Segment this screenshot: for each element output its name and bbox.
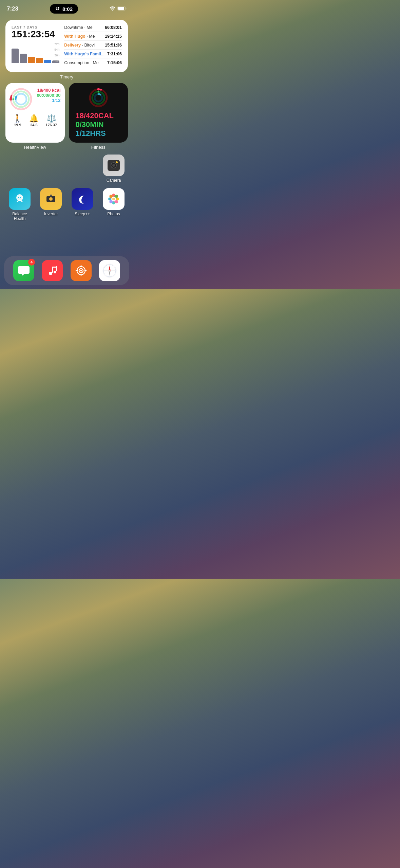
sleep-app[interactable]: Sleep++	[70, 188, 95, 221]
inverter-app[interactable]: Inverter	[38, 188, 64, 221]
camera-app[interactable]: Camera	[101, 155, 127, 183]
overcast-dock-item[interactable]	[69, 260, 93, 281]
steps-value: 19.9	[14, 123, 21, 127]
scale-icon: ⚖️	[45, 114, 57, 123]
balance-health-icon[interactable]: ae	[9, 188, 31, 210]
health-bottom-stats: 🚶 19.9 🔔 24.6 ⚖️ 176.37	[9, 114, 61, 127]
timery-row-name-4: With Hugo's Famil...	[64, 52, 104, 56]
svg-rect-36	[52, 267, 57, 268]
health-stat-active: 🔔 24.6	[29, 114, 38, 127]
battery-icon	[117, 6, 127, 12]
balance-health-app[interactable]: ae Balance Health	[7, 188, 33, 221]
camera-label: Camera	[107, 178, 121, 183]
svg-point-39	[80, 270, 82, 272]
chart-bar-2	[20, 54, 27, 63]
chart-y-axis: 72h 54h 36h 18h	[54, 42, 59, 63]
health-widget-label: HealthView	[5, 145, 65, 150]
svg-point-16	[97, 88, 99, 91]
chart-bar-4	[36, 58, 43, 63]
svg-point-9	[9, 98, 12, 101]
status-bar: 7:23 ↺ 8:02	[0, 0, 133, 16]
svg-rect-21	[50, 195, 52, 196]
safari-dock-item[interactable]	[98, 260, 121, 281]
timery-row-time-4: 7:31:06	[107, 52, 122, 56]
weight-value: 176.37	[45, 123, 57, 127]
health-stats: 18/400 kcal 00:00/00:30 1/12	[37, 88, 60, 103]
photos-icon[interactable]	[103, 188, 125, 210]
active-value: 24.6	[30, 123, 37, 127]
svg-point-20	[49, 197, 53, 201]
fitness-ring	[88, 88, 109, 108]
timery-caption: Timery	[5, 74, 128, 79]
fit-calories: 18/420CAL	[76, 111, 124, 120]
svg-rect-2	[118, 7, 124, 10]
timery-rows: Downtime · Me 66:08:01 With Hugo · Me 19…	[64, 25, 122, 67]
camera-dot	[116, 161, 118, 163]
camera-icon[interactable]	[103, 155, 125, 176]
messages-dock-item[interactable]: 4	[12, 260, 36, 281]
stat-calories: 18/400 kcal	[37, 88, 60, 93]
timery-row-2: With Hugo · Me 19:14:15	[64, 34, 122, 41]
balance-health-label: Balance Health	[7, 212, 33, 221]
timery-row-1: Downtime · Me 66:08:01	[64, 25, 122, 32]
chart-line-72: 72h	[54, 42, 59, 46]
safari-dock-icon[interactable]	[99, 260, 120, 281]
person-icon: 🚶	[13, 114, 22, 123]
timery-row-time-2: 19:14:15	[105, 34, 122, 39]
timery-left: LAST 7 DAYS 151:23:54 72h 54h 36h 18h	[12, 25, 59, 67]
status-indicators	[110, 6, 127, 12]
health-widget[interactable]: 18/400 kcal 00:00/00:30 1/12 🚶 19.9 🔔 24…	[5, 83, 65, 143]
refresh-icon: ↺	[55, 6, 60, 12]
music-dock-item[interactable]	[40, 260, 64, 281]
svg-point-33	[54, 271, 56, 273]
svg-point-31	[112, 198, 115, 200]
timery-row-name-2: With Hugo · Me	[64, 34, 95, 39]
svg-point-14	[95, 94, 102, 102]
dynamic-island: ↺ 8:02	[50, 4, 78, 14]
widget-labels: HealthView Fitness	[5, 145, 128, 150]
stat-exercise: 00:00/00:30	[37, 93, 60, 98]
sleep-icon[interactable]	[72, 188, 93, 210]
timery-row-name-5: Consumption · Me	[64, 60, 98, 65]
overcast-dock-icon[interactable]	[71, 260, 92, 281]
timery-row-5: Consumption · Me 7:15:06	[64, 60, 122, 67]
health-stat-weight: ⚖️ 176.37	[45, 114, 57, 127]
center-time: 8:02	[62, 6, 73, 12]
music-dock-icon[interactable]	[42, 260, 63, 281]
fit-exercise: 0/30MIN	[76, 120, 124, 129]
fit-stand: 1/12HRS	[76, 129, 124, 138]
inverter-icon[interactable]	[40, 188, 62, 210]
health-stat-steps: 🚶 19.9	[13, 114, 22, 127]
fitness-widget[interactable]: 18/420CAL 0/30MIN 1/12HRS	[69, 83, 128, 143]
health-ring	[9, 88, 33, 111]
dock: 4	[4, 256, 129, 285]
timery-row-4: With Hugo's Famil... 7:31:06	[64, 52, 122, 58]
camera-body	[108, 160, 120, 171]
timery-widget: LAST 7 DAYS 151:23:54 72h 54h 36h 18h Do…	[5, 20, 128, 72]
photos-app[interactable]: Photos	[101, 188, 127, 221]
widget-row: 18/400 kcal 00:00/00:30 1/12 🚶 19.9 🔔 24…	[5, 83, 128, 143]
timery-row-name-3: Delivery · Bitovi	[64, 43, 95, 48]
fitness-stats: 18/420CAL 0/30MIN 1/12HRS	[73, 111, 124, 138]
svg-text:ae: ae	[18, 196, 22, 200]
chart-bar-5	[44, 60, 51, 63]
chart-line-18: 18h	[54, 59, 59, 63]
stat-stand: 1/12	[37, 98, 60, 103]
timery-row-time-1: 66:08:01	[105, 25, 122, 30]
health-top: 18/400 kcal 00:00/00:30 1/12	[9, 88, 61, 111]
fitness-widget-label: Fitness	[69, 145, 128, 150]
timery-chart: 72h 54h 36h 18h	[12, 42, 59, 63]
timery-row-3: Delivery · Bitovi 15:51:36	[64, 43, 122, 50]
chart-bar-3	[28, 57, 35, 63]
chart-line-36: 36h	[54, 54, 59, 57]
timery-row-time-5: 7:15:06	[107, 60, 122, 65]
chart-line-54: 54h	[54, 48, 59, 51]
status-time: 7:23	[7, 5, 18, 12]
camera-lens	[111, 162, 117, 168]
timery-row-time-3: 15:51:36	[105, 43, 122, 48]
apps-row: ae Balance Health Inverter S	[5, 188, 128, 221]
wifi-icon	[110, 6, 115, 12]
chart-bar-1	[12, 49, 19, 63]
home-screen: LAST 7 DAYS 151:23:54 72h 54h 36h 18h Do…	[0, 16, 133, 238]
bell-icon: 🔔	[29, 114, 38, 123]
